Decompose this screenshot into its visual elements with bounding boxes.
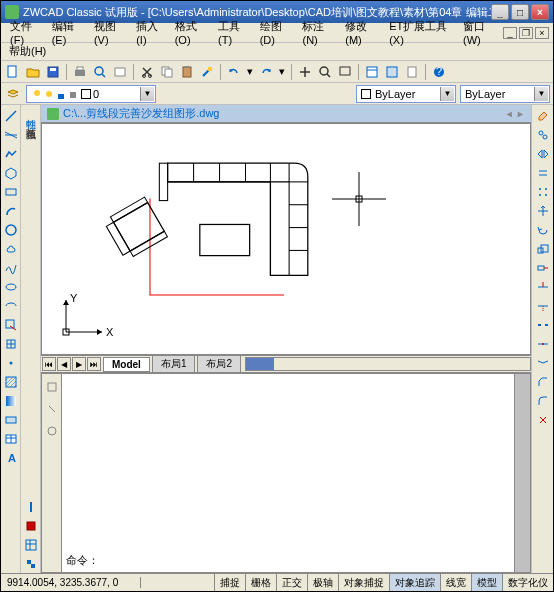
save-button[interactable] [44, 63, 62, 81]
doc-minimize-button[interactable]: _ [503, 27, 517, 39]
status-digi[interactable]: 数字化仪 [502, 574, 553, 591]
status-lw[interactable]: 线宽 [440, 574, 471, 591]
mtext-tool[interactable]: A [2, 449, 20, 467]
array-tool[interactable] [534, 183, 552, 201]
svg-line-98 [543, 361, 548, 363]
maximize-button[interactable]: □ [511, 4, 529, 20]
revcloud-tool[interactable] [2, 240, 20, 258]
svg-rect-13 [185, 66, 189, 68]
doc-tab-nav[interactable]: ◄ ► [505, 109, 525, 119]
cmd-icon-1[interactable] [43, 378, 61, 396]
help-button[interactable]: ? [430, 63, 448, 81]
status-osnap[interactable]: 对象捕捉 [338, 574, 389, 591]
table-tool[interactable] [2, 430, 20, 448]
redo-dropdown[interactable]: ▾ [277, 63, 287, 81]
point-tool[interactable] [2, 354, 20, 372]
linetype-select[interactable]: ByLayer ▼ [460, 85, 550, 103]
copy-button[interactable] [158, 63, 176, 81]
mirror-tool[interactable] [534, 145, 552, 163]
side-icon-1[interactable] [22, 498, 40, 516]
polygon-tool[interactable] [2, 164, 20, 182]
match-button[interactable] [198, 63, 216, 81]
break-tool[interactable] [534, 316, 552, 334]
side-icon-4[interactable] [22, 555, 40, 573]
preview-button[interactable] [91, 63, 109, 81]
status-grid[interactable]: 栅格 [245, 574, 276, 591]
doc-close-button[interactable]: × [535, 27, 549, 39]
tab-layout1[interactable]: 布局1 [152, 355, 196, 373]
make-block-tool[interactable] [2, 335, 20, 353]
status-ortho[interactable]: 正交 [276, 574, 307, 591]
xline-tool[interactable] [2, 126, 20, 144]
doc-restore-button[interactable]: ❐ [519, 27, 533, 39]
tab-next-button[interactable]: ▶ [72, 357, 86, 371]
status-model[interactable]: 模型 [471, 574, 502, 591]
copy-tool[interactable] [534, 126, 552, 144]
offset-tool[interactable] [534, 164, 552, 182]
spline-tool[interactable] [2, 259, 20, 277]
status-otrack[interactable]: 对象追踪 [389, 574, 440, 591]
stretch-tool[interactable] [534, 259, 552, 277]
side-icon-2[interactable] [22, 517, 40, 535]
undo-dropdown[interactable]: ▾ [245, 63, 255, 81]
move-tool[interactable] [534, 202, 552, 220]
gradient-tool[interactable] [2, 392, 20, 410]
paste-button[interactable] [178, 63, 196, 81]
hscrollbar[interactable] [245, 357, 531, 371]
block-tool[interactable] [2, 316, 20, 334]
tab-last-button[interactable]: ⏭ [87, 357, 101, 371]
zoom-button[interactable] [316, 63, 334, 81]
tab-model[interactable]: Model [103, 357, 150, 372]
publish-button[interactable] [111, 63, 129, 81]
ellipse-tool[interactable] [2, 278, 20, 296]
line-tool[interactable] [2, 107, 20, 125]
pan-button[interactable] [296, 63, 314, 81]
redo-button[interactable] [257, 63, 275, 81]
trim-tool[interactable] [534, 278, 552, 296]
tab-prev-button[interactable]: ◀ [57, 357, 71, 371]
tab-first-button[interactable]: ⏮ [42, 357, 56, 371]
new-button[interactable] [4, 63, 22, 81]
rectangle-tool[interactable] [2, 183, 20, 201]
circle-tool[interactable] [2, 221, 20, 239]
cut-button[interactable] [138, 63, 156, 81]
properties-button[interactable] [363, 63, 381, 81]
chamfer-tool[interactable] [534, 373, 552, 391]
color-select[interactable]: ByLayer ▼ [356, 85, 456, 103]
extend-tool[interactable] [534, 297, 552, 315]
cmd-icon-2[interactable] [43, 400, 61, 418]
lock-icon [55, 88, 67, 100]
close-button[interactable]: × [531, 4, 549, 20]
polyline-tool[interactable] [2, 145, 20, 163]
tab-layout2[interactable]: 布局2 [197, 355, 241, 373]
hatch-tool[interactable] [2, 373, 20, 391]
fillet-tool[interactable] [534, 392, 552, 410]
drawing-canvas[interactable]: XY [41, 123, 531, 355]
layer-select[interactable]: 0 ▼ [26, 85, 156, 103]
break2-tool[interactable] [534, 335, 552, 353]
side-icon-3[interactable] [22, 536, 40, 554]
erase-tool[interactable] [534, 107, 552, 125]
ellipse-arc-tool[interactable] [2, 297, 20, 315]
rotate-tool[interactable] [534, 221, 552, 239]
undo-button[interactable] [225, 63, 243, 81]
svg-rect-48 [26, 540, 36, 550]
layer-manager-button[interactable] [4, 85, 22, 103]
status-snap[interactable]: 捕捉 [214, 574, 245, 591]
status-polar[interactable]: 极轴 [307, 574, 338, 591]
scale-tool[interactable] [534, 240, 552, 258]
arc-tool[interactable] [2, 202, 20, 220]
design-center-button[interactable] [383, 63, 401, 81]
print-button[interactable] [71, 63, 89, 81]
open-button[interactable] [24, 63, 42, 81]
join-tool[interactable] [534, 354, 552, 372]
zoom-window-button[interactable] [336, 63, 354, 81]
menu-help[interactable]: 帮助(H) [9, 44, 46, 59]
command-area[interactable]: 命令： [62, 374, 514, 572]
explode-tool[interactable] [534, 411, 552, 429]
cmd-icon-3[interactable] [43, 422, 61, 440]
tool-palette-button[interactable] [403, 63, 421, 81]
region-tool[interactable] [2, 411, 20, 429]
side-props: 朝牲 随颜色 [21, 105, 41, 573]
cmd-vscrollbar[interactable] [514, 374, 530, 572]
